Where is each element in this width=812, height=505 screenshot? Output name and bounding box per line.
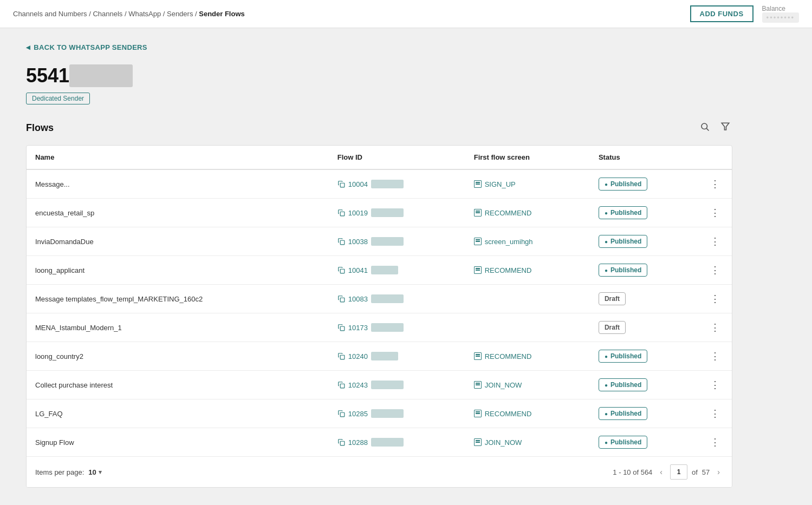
flow-id-prefix-4: 10083	[348, 295, 368, 303]
row-screen-0: SIGN_UP	[465, 169, 590, 199]
copy-icon-5[interactable]	[337, 324, 345, 331]
more-button-8[interactable]: ⋮	[707, 408, 723, 419]
more-button-7[interactable]: ⋮	[707, 379, 723, 391]
breadcrumb-current: Sender Flows	[199, 10, 245, 18]
balance-value: ••••••••	[762, 12, 799, 23]
search-button[interactable]	[698, 120, 712, 136]
table-row: Collect purchase interest10243••••••••••…	[27, 371, 732, 399]
more-button-2[interactable]: ⋮	[707, 235, 723, 247]
svg-rect-8	[340, 326, 345, 331]
balance-label: Balance	[762, 5, 799, 12]
table-row: MENA_Istambul_Modern_110173••••••••••Dra…	[27, 313, 732, 342]
flow-id-blurred-1: ••••••••••	[371, 208, 404, 217]
more-button-5[interactable]: ⋮	[707, 322, 723, 333]
row-screen-7: JOIN_NOW	[465, 371, 590, 399]
per-page-select[interactable]: 10 ▾	[88, 468, 101, 476]
status-badge-4: Draft	[599, 292, 626, 305]
flow-id-cell-6: 10240••••••••	[337, 352, 457, 360]
status-badge-5: Draft	[599, 321, 626, 334]
flow-id-prefix-0: 10004	[348, 180, 368, 188]
filter-button[interactable]	[718, 120, 732, 136]
status-badge-0: Published	[599, 178, 647, 191]
sender-number-prefix: 5541	[26, 64, 69, 87]
copy-icon-8[interactable]	[337, 410, 345, 417]
svg-rect-7	[340, 298, 345, 302]
row-more-cell-8: ⋮	[698, 399, 732, 428]
back-to-senders-link[interactable]: BACK TO WHATSAPP SENDERS	[26, 43, 732, 51]
svg-rect-12	[340, 441, 345, 445]
copy-icon-2[interactable]	[337, 238, 345, 245]
flow-id-prefix-7: 10243	[348, 381, 368, 389]
more-button-0[interactable]: ⋮	[707, 178, 723, 190]
prev-page-button[interactable]: ‹	[657, 467, 666, 477]
screen-text-6: RECOMMEND	[485, 352, 532, 360]
row-more-cell-7: ⋮	[698, 371, 732, 399]
more-button-1[interactable]: ⋮	[707, 207, 723, 219]
flow-id-blurred-5: ••••••••••	[371, 323, 404, 332]
screen-text-7: JOIN_NOW	[485, 381, 522, 389]
row-status-6: Published	[590, 342, 698, 371]
items-per-page: Items per page: 10 ▾	[35, 468, 102, 476]
row-name-2: InviaDomandaDue	[27, 227, 329, 256]
col-actions	[698, 146, 732, 169]
copy-icon-1[interactable]	[337, 209, 345, 217]
next-page-button[interactable]: ›	[714, 467, 723, 477]
more-button-4[interactable]: ⋮	[707, 293, 723, 305]
copy-icon-7[interactable]	[337, 381, 345, 389]
balance-section: Balance ••••••••	[762, 5, 799, 23]
flow-id-prefix-2: 10038	[348, 238, 368, 246]
row-status-4: Draft	[590, 285, 698, 313]
row-screen-1: RECOMMEND	[465, 199, 590, 227]
row-more-cell-0: ⋮	[698, 169, 732, 199]
row-flow-id-0: 10004••••••••••	[329, 169, 465, 199]
screen-cell-2: screen_umihgh	[474, 238, 581, 246]
status-badge-7: Published	[599, 378, 647, 391]
row-more-cell-6: ⋮	[698, 342, 732, 371]
copy-icon-0[interactable]	[337, 180, 345, 188]
sender-number-blurred: ••••••••	[69, 64, 133, 87]
page-icon-2	[474, 238, 482, 245]
row-flow-id-4: 10083••••••••••	[329, 285, 465, 313]
table-row: InviaDomandaDue10038••••••••••screen_umi…	[27, 227, 732, 256]
header-right: ADD FUNDS Balance ••••••••	[690, 5, 799, 23]
sender-number: 5541••••••••	[26, 64, 732, 87]
copy-icon-4[interactable]	[337, 295, 345, 303]
page-icon-8	[474, 410, 482, 417]
screen-cell-9: JOIN_NOW	[474, 438, 581, 447]
row-screen-9: JOIN_NOW	[465, 428, 590, 457]
col-screen: First flow screen	[465, 146, 590, 169]
more-button-3[interactable]: ⋮	[707, 264, 723, 276]
table-row: loong_country210240••••••••RECOMMENDPubl…	[27, 342, 732, 371]
breadcrumb-path: Channels and Numbers / Channels / WhatsA…	[13, 10, 199, 18]
flow-id-blurred-8: ••••••••••	[371, 409, 404, 418]
table-row: Message...10004••••••••••SIGN_UPPublishe…	[27, 169, 732, 199]
row-status-9: Published	[590, 428, 698, 457]
add-funds-button[interactable]: ADD FUNDS	[690, 5, 753, 22]
breadcrumb: Channels and Numbers / Channels / WhatsA…	[13, 10, 245, 18]
items-per-page-label: Items per page:	[35, 468, 84, 476]
row-name-9: Signup Flow	[27, 428, 329, 457]
row-flow-id-2: 10038••••••••••	[329, 227, 465, 256]
screen-text-9: JOIN_NOW	[485, 438, 522, 447]
svg-rect-5	[340, 240, 345, 245]
flow-id-cell-9: 10288••••••••••	[337, 438, 457, 447]
status-badge-1: Published	[599, 206, 647, 219]
flow-id-prefix-5: 10173	[348, 324, 368, 332]
copy-icon-3[interactable]	[337, 266, 345, 274]
row-name-7: Collect purchase interest	[27, 371, 329, 399]
screen-cell-0: SIGN_UP	[474, 180, 581, 188]
more-button-9[interactable]: ⋮	[707, 436, 723, 448]
flow-id-prefix-1: 10019	[348, 209, 368, 217]
status-badge-8: Published	[599, 407, 647, 420]
svg-rect-4	[340, 212, 345, 216]
copy-icon-6[interactable]	[337, 352, 345, 360]
status-badge-6: Published	[599, 350, 647, 363]
page-range: 1 - 10 of 564	[613, 468, 652, 476]
pagination: 1 - 10 of 564 ‹ 1 of 57 ›	[613, 464, 723, 480]
more-button-6[interactable]: ⋮	[707, 350, 723, 362]
row-status-0: Published	[590, 169, 698, 199]
copy-icon-9[interactable]	[337, 438, 345, 446]
of-label: of	[692, 468, 698, 476]
flow-id-cell-4: 10083••••••••••	[337, 294, 457, 303]
screen-text-2: screen_umihgh	[485, 238, 533, 246]
